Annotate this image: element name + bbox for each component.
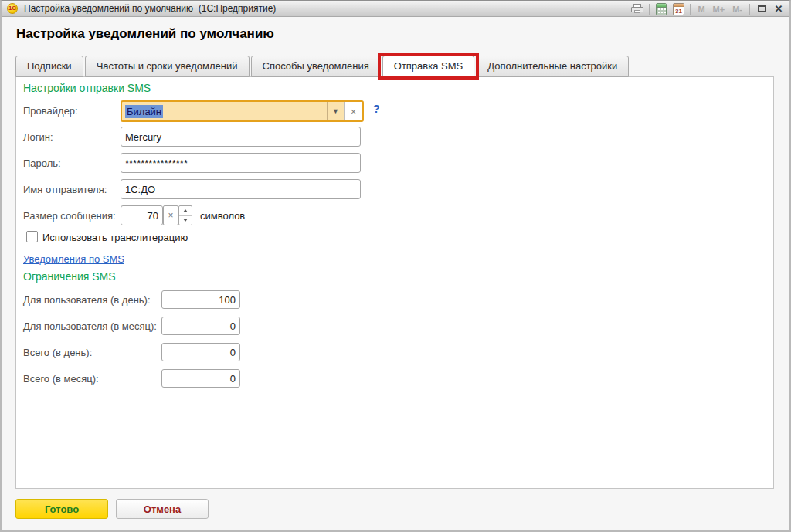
- limit-user-day-label: Для пользователя (в день):: [23, 294, 151, 306]
- login-input[interactable]: [121, 127, 361, 147]
- toolbar-separator: [690, 4, 691, 15]
- limit-user-month-label: Для пользователя (в месяц):: [23, 320, 157, 332]
- done-button[interactable]: Готово: [15, 499, 108, 519]
- message-size-spinner: [178, 205, 192, 225]
- titlebar: 1С Настройка уведомлений по умолчанию (1…: [2, 1, 789, 17]
- limit-total-month-input[interactable]: [161, 369, 240, 388]
- sender-name-input[interactable]: [121, 179, 361, 199]
- calculator-button[interactable]: [654, 2, 668, 16]
- message-size-input[interactable]: [121, 205, 163, 225]
- sms-settings-panel: Настройки отправки SMS Провайдер: Билайн…: [15, 76, 774, 489]
- provider-selected-text: Билайн: [125, 105, 163, 118]
- tab-sms-sending[interactable]: Отправка SMS: [382, 56, 474, 78]
- section-title-sms-limits: Ограничения SMS: [23, 270, 116, 283]
- limit-total-month-label: Всего (в месяц):: [23, 373, 99, 385]
- titlebar-controls: 31 M M+ M- ✕: [630, 1, 786, 17]
- calendar-icon: 31: [673, 3, 684, 15]
- provider-label: Провайдер:: [23, 105, 78, 117]
- provider-value: Билайн: [122, 102, 327, 120]
- maximize-button[interactable]: [755, 2, 769, 16]
- arrow-down-icon: [183, 219, 188, 222]
- tab-frequencies[interactable]: Частоты и сроки уведомлений: [85, 56, 250, 77]
- printer-icon: [631, 4, 643, 14]
- calendar-button[interactable]: 31: [671, 2, 685, 16]
- section-title-sms-settings: Настройки отправки SMS: [23, 82, 151, 94]
- tab-notification-methods[interactable]: Способы уведомления: [251, 56, 381, 77]
- spinner-down-button[interactable]: [179, 215, 192, 225]
- memory-m-minus-button[interactable]: M-: [730, 5, 745, 14]
- transliteration-checkbox[interactable]: [26, 231, 38, 242]
- sms-notifications-link[interactable]: Уведомления по SMS: [23, 253, 124, 265]
- calculator-icon: [656, 3, 667, 15]
- tab-subscriptions[interactable]: Подписки: [15, 56, 83, 77]
- provider-combobox[interactable]: Билайн ▼ ×: [121, 100, 364, 122]
- provider-dropdown-button[interactable]: ▼: [327, 102, 344, 120]
- clear-icon: ×: [168, 210, 173, 221]
- password-label: Пароль:: [23, 158, 61, 169]
- print-button[interactable]: [630, 2, 644, 16]
- 1c-logo-icon: 1С: [7, 3, 18, 14]
- app-window: 1С Настройка уведомлений по умолчанию (1…: [0, 0, 791, 532]
- chevron-down-icon: ▼: [332, 107, 339, 115]
- sender-name-label: Имя отправителя:: [23, 184, 107, 195]
- clear-icon: ×: [351, 106, 357, 117]
- login-label: Логин:: [23, 131, 53, 143]
- memory-m-plus-button[interactable]: M+: [711, 5, 728, 14]
- tab-additional-settings[interactable]: Дополнительные настройки: [476, 56, 629, 77]
- help-link[interactable]: ?: [373, 103, 380, 115]
- tab-sms-sending-label: Отправка SMS: [394, 60, 463, 72]
- toolbar-separator: [749, 4, 750, 15]
- arrow-up-icon: [183, 209, 188, 212]
- spinner-up-button[interactable]: [179, 206, 192, 215]
- window-title: Настройка уведомлений по умолчанию (1С:П…: [24, 3, 276, 14]
- close-button[interactable]: ✕: [772, 2, 786, 16]
- message-size-label: Размер сообщения:: [23, 210, 116, 222]
- message-size-clear-button[interactable]: ×: [163, 205, 178, 225]
- limit-total-day-input[interactable]: [161, 343, 240, 361]
- memory-m-button[interactable]: M: [695, 5, 707, 14]
- close-icon: ✕: [775, 4, 783, 14]
- toolbar-separator: [649, 4, 650, 15]
- cancel-button[interactable]: Отмена: [116, 499, 209, 519]
- password-input[interactable]: [121, 153, 361, 173]
- limit-total-day-label: Всего (в день):: [23, 347, 92, 358]
- message-size-suffix: символов: [200, 210, 245, 222]
- provider-clear-button[interactable]: ×: [344, 102, 362, 120]
- limit-user-month-input[interactable]: [161, 317, 240, 335]
- page-title: Настройка уведомлений по умолчанию: [16, 26, 274, 42]
- tab-bar: Подписки Частоты и сроки уведомлений Спо…: [15, 56, 630, 77]
- transliteration-label: Использовать транслитерацию: [42, 232, 188, 243]
- maximize-icon: [758, 5, 766, 12]
- limit-user-day-input[interactable]: [161, 290, 240, 309]
